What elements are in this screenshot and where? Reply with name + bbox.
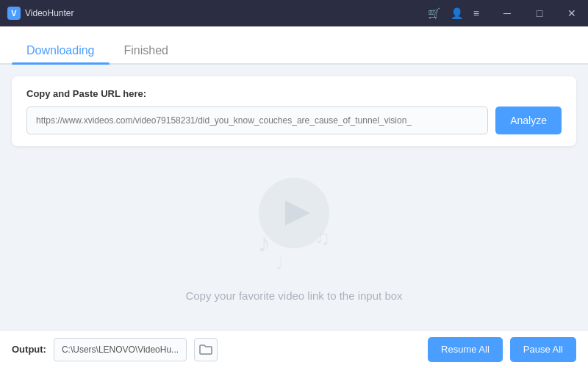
empty-illustration: ♪ ♫ ♩: [235, 160, 353, 278]
svg-text:♩: ♩: [276, 254, 283, 273]
tab-finished[interactable]: Finished: [110, 37, 183, 63]
user-icon[interactable]: 👤: [451, 7, 463, 19]
title-bar-controls: 🛒 👤 ≡ ─ □ ✕: [428, 5, 582, 21]
cart-icon[interactable]: 🛒: [428, 7, 440, 19]
title-bar: V VideoHunter 🛒 👤 ≡ ─ □ ✕: [0, 0, 588, 26]
main-content: Copy and Paste URL here: Analyze ♪ ♫ ♩ C…: [0, 65, 588, 330]
empty-message: Copy your favorite video link to the inp…: [185, 289, 402, 302]
menu-icon[interactable]: ≡: [473, 7, 479, 19]
footer: Output: C:\Users\LENOVO\VideoHu... Resum…: [0, 330, 588, 368]
url-box: Copy and Paste URL here: Analyze: [12, 76, 576, 146]
resume-all-button[interactable]: Resume All: [428, 337, 503, 362]
url-input-row: Analyze: [26, 107, 562, 134]
folder-button[interactable]: [194, 338, 218, 361]
minimize-button[interactable]: ─: [497, 5, 517, 21]
analyze-button[interactable]: Analyze: [495, 107, 562, 134]
url-input[interactable]: [26, 107, 488, 134]
output-label: Output:: [12, 344, 46, 355]
output-path: C:\Users\LENOVO\VideoHu...: [54, 338, 187, 361]
pause-all-button[interactable]: Pause All: [510, 337, 576, 362]
tab-bar: Downloading Finished: [0, 26, 588, 65]
svg-text:♪: ♪: [257, 228, 270, 258]
empty-state: ♪ ♫ ♩ Copy your favorite video link to t…: [12, 158, 576, 318]
svg-text:♫: ♫: [315, 226, 330, 249]
maximize-button[interactable]: □: [529, 5, 550, 21]
url-label: Copy and Paste URL here:: [26, 88, 562, 99]
app-icon: V: [7, 7, 21, 20]
app-title: VideoHunter: [25, 8, 74, 18]
tab-downloading[interactable]: Downloading: [12, 37, 110, 63]
title-bar-icons: 🛒 👤 ≡: [428, 7, 479, 19]
close-button[interactable]: ✕: [562, 5, 582, 21]
title-bar-left: V VideoHunter: [7, 7, 74, 20]
